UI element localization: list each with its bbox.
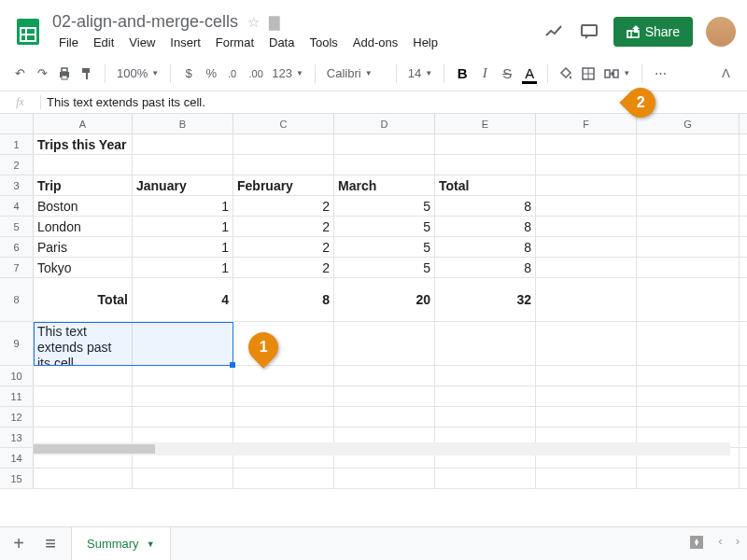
cell[interactable]	[637, 278, 740, 321]
row-header[interactable]: 11	[0, 386, 34, 406]
cell[interactable]: 5	[334, 258, 435, 277]
row-header[interactable]: 6	[0, 237, 34, 257]
cell[interactable]	[536, 278, 637, 321]
cell[interactable]	[637, 366, 740, 385]
cell[interactable]: March	[334, 175, 435, 195]
zoom-select[interactable]: 100%▼	[113, 66, 162, 80]
font-size-select[interactable]: 14▼	[404, 66, 436, 80]
cell[interactable]	[435, 386, 536, 406]
star-icon[interactable]: ☆	[247, 14, 260, 31]
row-header[interactable]: 15	[0, 469, 34, 488]
cell[interactable]: 8	[435, 237, 536, 257]
cell[interactable]	[637, 196, 740, 216]
cell[interactable]	[233, 366, 334, 385]
cell[interactable]	[637, 258, 740, 277]
share-button[interactable]: Share	[613, 17, 693, 47]
cell[interactable]	[34, 407, 133, 427]
cell[interactable]	[536, 196, 637, 216]
cell[interactable]	[435, 366, 536, 385]
cell[interactable]	[536, 469, 637, 488]
avatar[interactable]	[706, 17, 736, 47]
currency-icon[interactable]: $	[178, 63, 199, 85]
cell[interactable]	[334, 155, 435, 175]
cell[interactable]: 8	[435, 196, 536, 216]
cell[interactable]	[536, 175, 637, 195]
cell[interactable]	[133, 407, 233, 427]
col-header-F[interactable]: F	[536, 114, 637, 133]
menu-addons[interactable]: Add-ons	[346, 34, 404, 51]
cell[interactable]	[637, 175, 740, 195]
menu-insert[interactable]: Insert	[163, 34, 207, 51]
spreadsheet-grid[interactable]: ABCDEFG 1Trips this Year23TripJanuaryFeb…	[0, 114, 747, 489]
cell[interactable]: 2	[233, 196, 334, 216]
dec-increase-icon[interactable]: .00	[246, 63, 266, 85]
strikethrough-button[interactable]: S	[497, 63, 517, 85]
bold-button[interactable]: B	[452, 63, 472, 85]
borders-icon[interactable]	[578, 63, 599, 85]
cell[interactable]: 8	[233, 278, 334, 321]
col-header-A[interactable]: A	[34, 114, 133, 133]
cell[interactable]	[133, 469, 233, 488]
merge-cells-button[interactable]: ▼	[600, 66, 634, 81]
cell[interactable]: 8	[435, 217, 536, 236]
cell[interactable]	[637, 386, 740, 406]
cell[interactable]	[133, 134, 233, 154]
menu-help[interactable]: Help	[406, 34, 444, 51]
cell[interactable]: 8	[435, 258, 536, 277]
print-icon[interactable]	[54, 63, 75, 85]
cell[interactable]: 2	[233, 217, 334, 236]
cell[interactable]: 20	[334, 278, 435, 321]
cell[interactable]: Total	[435, 175, 536, 195]
cell[interactable]: Boston	[34, 196, 133, 216]
paint-format-icon[interactable]	[77, 63, 97, 85]
collapse-toolbar-icon[interactable]: ᐱ	[714, 66, 738, 80]
chevron-right-icon[interactable]: ›	[736, 534, 740, 553]
cell[interactable]	[133, 155, 233, 175]
cell[interactable]	[536, 386, 637, 406]
cell[interactable]	[233, 155, 334, 175]
cell[interactable]	[233, 469, 334, 488]
doc-name[interactable]: 02-align-and-merge-cells	[52, 12, 238, 32]
cell[interactable]: 1	[133, 258, 233, 277]
cell[interactable]	[536, 155, 637, 175]
col-header-D[interactable]: D	[334, 114, 435, 133]
cell[interactable]	[637, 155, 740, 175]
cell[interactable]: 2	[233, 258, 334, 277]
cell[interactable]: Paris	[34, 237, 133, 257]
cell[interactable]	[334, 469, 435, 488]
chevron-left-icon[interactable]: ‹	[718, 534, 722, 553]
all-sheets-button[interactable]: ≡	[39, 533, 62, 554]
cell[interactable]	[637, 322, 740, 365]
row-header[interactable]: 9	[0, 322, 34, 365]
cell[interactable]	[637, 469, 740, 488]
row-header[interactable]: 7	[0, 258, 34, 277]
col-header-G[interactable]: G	[637, 114, 740, 133]
font-select[interactable]: Calibri▼	[323, 66, 388, 80]
fill-color-icon[interactable]	[556, 63, 576, 85]
row-header[interactable]: 14	[0, 448, 34, 468]
redo-icon[interactable]: ↷	[32, 63, 52, 85]
menu-view[interactable]: View	[122, 34, 162, 51]
menu-format[interactable]: Format	[209, 34, 261, 51]
cell[interactable]	[334, 134, 435, 154]
dec-decrease-icon[interactable]: .0	[223, 63, 244, 85]
cell[interactable]: 1	[133, 196, 233, 216]
cell[interactable]: 1	[133, 237, 233, 257]
cell[interactable]	[536, 407, 637, 427]
cell[interactable]	[334, 407, 435, 427]
cell[interactable]	[435, 469, 536, 488]
cell[interactable]	[133, 322, 233, 365]
comment-icon[interactable]	[578, 21, 600, 43]
more-icon[interactable]: ⋯	[650, 63, 670, 85]
percent-icon[interactable]: %	[201, 63, 221, 85]
cell[interactable]: January	[133, 175, 233, 195]
cell[interactable]	[536, 322, 637, 365]
cell[interactable]: 5	[334, 196, 435, 216]
cell[interactable]	[133, 366, 233, 385]
row-header[interactable]: 2	[0, 155, 34, 175]
cell[interactable]: Trips this Year	[34, 134, 133, 154]
row-header[interactable]: 13	[0, 427, 34, 447]
cell[interactable]	[536, 366, 637, 385]
cell[interactable]	[435, 322, 536, 365]
cell[interactable]: 5	[334, 237, 435, 257]
